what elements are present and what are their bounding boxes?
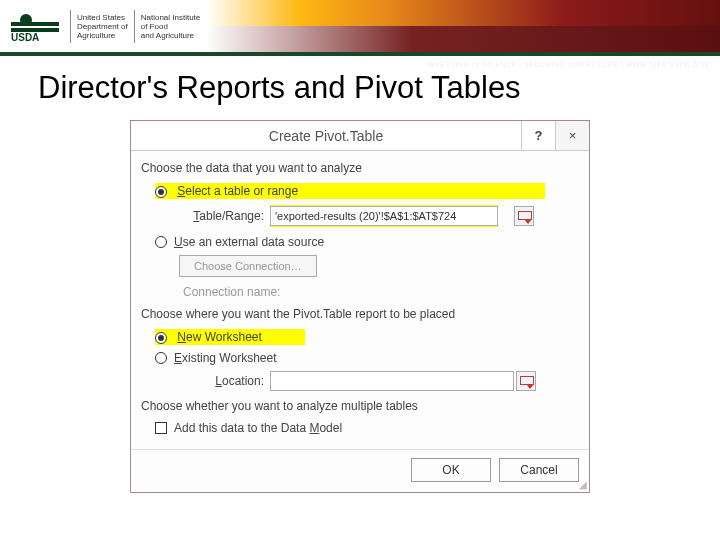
svg-rect-0	[11, 22, 59, 26]
table-range-label: Table/Range:	[179, 209, 264, 223]
radio-existing-worksheet-label: Existing Worksheet	[174, 351, 277, 365]
dialog-button-row: OK Cancel	[131, 449, 589, 492]
collapse-dialog-icon	[520, 376, 532, 386]
usda-logo: USDA	[0, 0, 70, 52]
location-picker-button[interactable]	[516, 371, 536, 391]
header-divider	[0, 52, 720, 56]
radio-select-table-range[interactable]	[155, 186, 167, 198]
header-tagline: INVESTING IN SCIENCE · SECURING OUR FUTU…	[427, 61, 710, 68]
dialog-titlebar: Create Pivot.Table ? ×	[131, 121, 589, 151]
slide-header: USDA United States Department of Agricul…	[0, 0, 720, 52]
radio-external-source-label: Use an external data source	[174, 235, 324, 249]
help-button[interactable]: ?	[521, 121, 555, 150]
close-button[interactable]: ×	[555, 121, 589, 150]
usda-logo-icon: USDA	[11, 11, 59, 41]
slide-title: Director's Reports and Pivot Tables	[38, 70, 720, 106]
svg-point-2	[20, 14, 32, 26]
header-gradient	[206, 0, 720, 26]
location-label: Location:	[179, 374, 264, 388]
choose-connection-button[interactable]: Choose Connection…	[179, 255, 317, 277]
dialog-title: Create Pivot.Table	[131, 121, 521, 150]
location-input[interactable]	[270, 371, 514, 391]
connection-name-label: Connection name:	[183, 285, 280, 299]
dialog-body: Choose the data that you want to analyze…	[131, 151, 589, 445]
resize-grip-icon[interactable]: ◢	[579, 479, 587, 490]
svg-text:USDA: USDA	[11, 32, 39, 41]
section-placement-label: Choose where you want the Pivot.Table re…	[141, 307, 579, 321]
radio-new-worksheet-label: New Worksheet	[177, 330, 261, 344]
ok-button[interactable]: OK	[411, 458, 491, 482]
cancel-button[interactable]: Cancel	[499, 458, 579, 482]
department-label-2: National Institute of Food and Agricultu…	[134, 10, 207, 43]
table-range-input[interactable]	[270, 206, 498, 226]
checkbox-data-model-label: Add this data to the Data Model	[174, 421, 342, 435]
department-label-1: United States Department of Agriculture	[70, 10, 134, 43]
section-analyze-label: Choose the data that you want to analyze	[141, 161, 579, 175]
radio-select-table-range-label: Select a table or range	[177, 184, 298, 198]
create-pivottable-dialog: Create Pivot.Table ? × Choose the data t…	[130, 120, 590, 493]
collapse-dialog-icon	[518, 211, 530, 221]
radio-new-worksheet[interactable]	[155, 332, 167, 344]
checkbox-data-model[interactable]	[155, 422, 167, 434]
radio-existing-worksheet[interactable]	[155, 352, 167, 364]
section-multiple-tables-label: Choose whether you want to analyze multi…	[141, 399, 579, 413]
radio-external-source[interactable]	[155, 236, 167, 248]
range-picker-button[interactable]	[514, 206, 534, 226]
